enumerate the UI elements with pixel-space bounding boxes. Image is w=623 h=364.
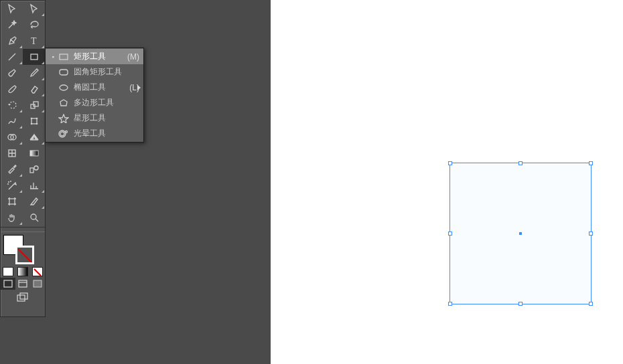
paintbrush-tool[interactable] bbox=[1, 65, 23, 81]
screen-mode-normal[interactable] bbox=[1, 278, 15, 290]
type-tool[interactable]: T bbox=[23, 33, 45, 49]
flyout-rectangle-tool[interactable]: ▪ 矩形工具 (M) bbox=[46, 49, 143, 64]
flyout-item-label: 椭圆工具 bbox=[74, 82, 127, 93]
svg-rect-21 bbox=[19, 280, 27, 287]
shape-tool[interactable] bbox=[23, 49, 45, 65]
blend-tool[interactable] bbox=[23, 161, 45, 177]
star-icon bbox=[58, 113, 70, 124]
color-swatch-block bbox=[1, 232, 45, 266]
slice-tool[interactable] bbox=[23, 193, 45, 209]
screen-mode-row bbox=[1, 278, 45, 290]
svg-point-14 bbox=[34, 166, 38, 170]
column-graph-tool[interactable] bbox=[23, 177, 45, 193]
shape-builder-tool[interactable] bbox=[1, 129, 23, 145]
eyedropper-tool[interactable] bbox=[1, 161, 23, 177]
tools-panel: T bbox=[0, 0, 46, 317]
svg-marker-28 bbox=[60, 100, 67, 106]
scale-tool[interactable] bbox=[23, 97, 45, 113]
selected-rectangle-shape[interactable] bbox=[450, 163, 591, 304]
screen-mode-full[interactable] bbox=[30, 278, 45, 290]
blob-brush-tool[interactable] bbox=[1, 81, 23, 97]
svg-text:T: T bbox=[31, 36, 37, 46]
flyout-flare-tool[interactable]: 光晕工具 bbox=[46, 126, 143, 141]
flyout-ellipse-tool[interactable]: 椭圆工具 (L) bbox=[46, 80, 143, 95]
svg-point-17 bbox=[7, 183, 9, 185]
eraser-tool[interactable] bbox=[23, 81, 45, 97]
color-mode-row bbox=[1, 266, 45, 278]
color-mode-none[interactable] bbox=[30, 266, 45, 278]
flyout-item-label: 圆角矩形工具 bbox=[74, 66, 139, 78]
stroke-swatch[interactable] bbox=[15, 246, 34, 264]
svg-rect-23 bbox=[17, 295, 25, 301]
svg-rect-12 bbox=[30, 151, 38, 156]
mesh-tool[interactable] bbox=[1, 145, 23, 161]
flyout-star-tool[interactable]: 星形工具 bbox=[46, 110, 143, 126]
svg-point-27 bbox=[60, 85, 68, 90]
rounded-rectangle-icon bbox=[58, 67, 70, 78]
magic-wand-tool[interactable] bbox=[1, 17, 23, 33]
svg-rect-18 bbox=[9, 199, 15, 204]
zoom-tool[interactable] bbox=[23, 209, 45, 225]
svg-point-32 bbox=[66, 130, 68, 132]
tools-divider bbox=[1, 227, 45, 232]
symbol-sprayer-tool[interactable] bbox=[1, 177, 23, 193]
handle-top-left[interactable] bbox=[448, 161, 452, 165]
svg-point-19 bbox=[31, 214, 36, 219]
flyout-item-label: 光晕工具 bbox=[74, 128, 139, 139]
lasso-tool[interactable] bbox=[23, 17, 45, 33]
flyout-item-label: 多边形工具 bbox=[74, 97, 139, 108]
pen-tool[interactable] bbox=[1, 33, 23, 49]
flyout-item-label: 星形工具 bbox=[74, 112, 139, 124]
handle-top-middle[interactable] bbox=[518, 161, 523, 165]
svg-point-7 bbox=[30, 123, 32, 125]
perspective-grid-tool[interactable] bbox=[23, 129, 45, 145]
svg-rect-4 bbox=[31, 118, 37, 124]
artboard-tool[interactable] bbox=[1, 193, 23, 209]
flyout-polygon-tool[interactable]: 多边形工具 bbox=[46, 95, 143, 110]
svg-rect-1 bbox=[31, 54, 38, 60]
gradient-tool[interactable] bbox=[23, 145, 45, 161]
illustrator-workspace: T bbox=[0, 0, 623, 364]
rotate-tool[interactable] bbox=[1, 97, 23, 113]
flyout-item-shortcut: (M) bbox=[127, 52, 139, 62]
svg-point-16 bbox=[10, 181, 11, 182]
svg-marker-29 bbox=[59, 114, 68, 123]
free-transform-tool[interactable] bbox=[23, 113, 45, 129]
flyout-rounded-rectangle-tool[interactable]: 圆角矩形工具 bbox=[46, 64, 143, 80]
flare-icon bbox=[58, 128, 70, 139]
line-segment-tool[interactable] bbox=[1, 49, 23, 65]
svg-rect-25 bbox=[60, 54, 68, 60]
handle-bottom-left[interactable] bbox=[448, 302, 452, 306]
handle-middle-right[interactable] bbox=[589, 232, 593, 236]
canvas-artboard[interactable] bbox=[271, 0, 623, 364]
selection-center-point bbox=[519, 232, 522, 235]
svg-point-8 bbox=[36, 123, 38, 125]
hand-tool[interactable] bbox=[1, 209, 23, 225]
svg-point-6 bbox=[36, 118, 38, 120]
svg-point-5 bbox=[30, 118, 32, 120]
direct-selection-tool[interactable] bbox=[23, 1, 45, 17]
svg-rect-22 bbox=[33, 280, 42, 287]
width-tool[interactable] bbox=[1, 113, 23, 129]
selection-tool[interactable] bbox=[1, 1, 23, 17]
svg-rect-24 bbox=[20, 293, 27, 299]
svg-rect-26 bbox=[60, 70, 68, 75]
change-screen-mode[interactable] bbox=[1, 290, 45, 306]
flyout-item-label: 矩形工具 bbox=[74, 51, 125, 62]
handle-bottom-middle[interactable] bbox=[518, 302, 523, 306]
color-mode-solid[interactable] bbox=[1, 266, 15, 278]
screen-mode-full-menu[interactable] bbox=[15, 278, 30, 290]
rectangle-icon bbox=[58, 52, 70, 62]
ellipse-icon bbox=[58, 82, 70, 93]
polygon-icon bbox=[58, 98, 70, 108]
svg-point-15 bbox=[8, 181, 9, 183]
handle-top-right[interactable] bbox=[589, 161, 593, 165]
shape-tool-flyout: ▪ 矩形工具 (M) 圆角矩形工具 椭圆工具 (L) 多边形工具 星形工具 bbox=[45, 48, 144, 143]
svg-point-30 bbox=[60, 132, 64, 136]
selected-dot-icon: ▪ bbox=[51, 54, 55, 60]
handle-middle-left[interactable] bbox=[448, 232, 452, 236]
color-mode-gradient[interactable] bbox=[15, 266, 30, 278]
svg-rect-13 bbox=[30, 168, 33, 173]
pencil-tool[interactable] bbox=[23, 65, 45, 81]
handle-bottom-right[interactable] bbox=[589, 302, 593, 306]
